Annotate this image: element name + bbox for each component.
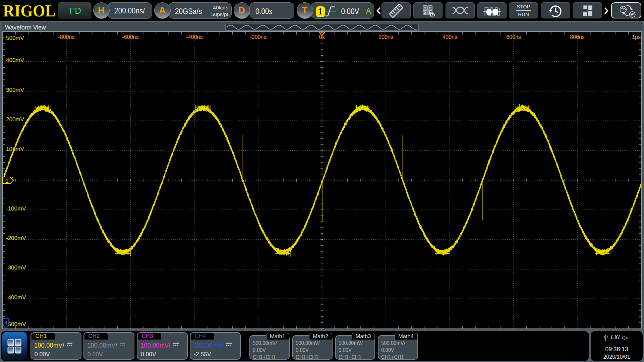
svg-text:RIGOL: RIGOL (3, 1, 56, 20)
svg-text:1: 1 (5, 178, 8, 184)
svg-text:4: 4 (4, 320, 7, 326)
svg-text:600ns: 600ns (506, 34, 521, 40)
svg-text:500mV: 500mV (6, 35, 24, 41)
svg-text:-200mV: -200mV (6, 235, 26, 241)
svg-text:400ns: 400ns (443, 34, 457, 40)
svg-text:-300mV: -300mV (6, 264, 26, 271)
svg-text:200ns: 200ns (378, 34, 393, 40)
svg-text:800ns: 800ns (570, 34, 585, 40)
svg-text:200mV: 200mV (6, 116, 24, 123)
svg-text:-100mV: -100mV (6, 205, 26, 212)
svg-text:M: M (431, 13, 434, 17)
svg-text:400mV: 400mV (6, 57, 24, 63)
svg-text:-400mV: -400mV (6, 294, 26, 301)
svg-text:-600ns: -600ns (122, 34, 139, 40)
svg-text:-800ns: -800ns (58, 34, 75, 40)
svg-text:100mV: 100mV (6, 146, 24, 152)
svg-text:-400ns: -400ns (186, 34, 203, 40)
svg-text:-200ns: -200ns (250, 34, 267, 40)
svg-text:-500mV: -500mV (6, 321, 26, 327)
svg-text:1μs: 1μs (632, 34, 641, 40)
svg-text:300mV: 300mV (6, 87, 24, 93)
